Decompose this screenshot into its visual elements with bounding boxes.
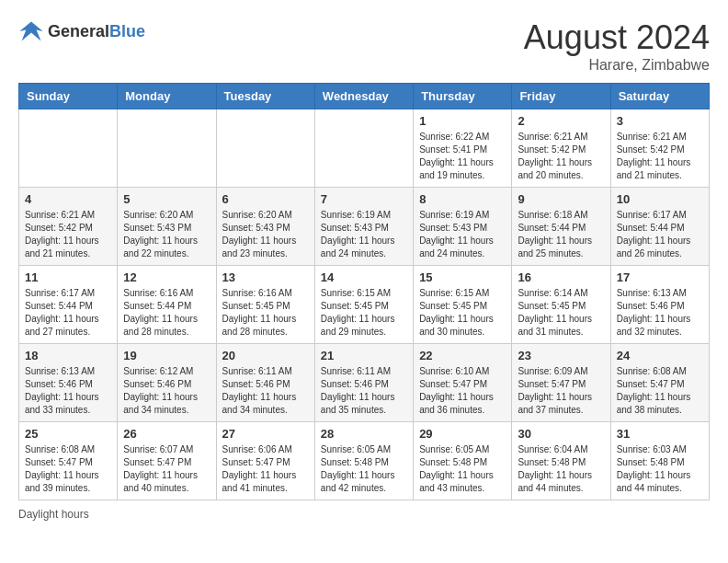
day-info: Sunrise: 6:08 AM Sunset: 5:47 PM Dayligh… <box>25 443 111 495</box>
day-info: Sunrise: 6:21 AM Sunset: 5:42 PM Dayligh… <box>25 209 111 260</box>
column-header-sunday: Sunday <box>19 84 118 109</box>
day-info: Sunrise: 6:06 AM Sunset: 5:47 PM Dayligh… <box>222 443 309 495</box>
calendar-cell: 29Sunrise: 6:05 AM Sunset: 5:48 PM Dayli… <box>414 422 512 500</box>
day-info: Sunrise: 6:22 AM Sunset: 5:41 PM Dayligh… <box>419 131 506 182</box>
calendar-cell: 6Sunrise: 6:20 AM Sunset: 5:43 PM Daylig… <box>216 188 314 266</box>
calendar-cell: 10Sunrise: 6:17 AM Sunset: 5:44 PM Dayli… <box>610 188 709 266</box>
calendar-cell: 25Sunrise: 6:08 AM Sunset: 5:47 PM Dayli… <box>19 422 118 500</box>
day-number: 30 <box>518 427 604 441</box>
day-number: 26 <box>123 427 210 441</box>
day-number: 1 <box>419 114 506 128</box>
daylight-label: Daylight hours <box>18 508 89 521</box>
calendar-cell: 4Sunrise: 6:21 AM Sunset: 5:42 PM Daylig… <box>19 188 118 266</box>
day-info: Sunrise: 6:05 AM Sunset: 5:48 PM Dayligh… <box>419 443 506 495</box>
calendar-week-row: 11Sunrise: 6:17 AM Sunset: 5:44 PM Dayli… <box>19 266 710 344</box>
title-block: August 2024 Harare, Zimbabwe <box>524 18 710 74</box>
day-info: Sunrise: 6:10 AM Sunset: 5:47 PM Dayligh… <box>419 365 506 417</box>
day-info: Sunrise: 6:09 AM Sunset: 5:47 PM Dayligh… <box>518 365 604 417</box>
day-info: Sunrise: 6:16 AM Sunset: 5:44 PM Dayligh… <box>123 287 210 339</box>
day-number: 31 <box>617 427 703 441</box>
day-number: 7 <box>321 192 407 206</box>
day-info: Sunrise: 6:19 AM Sunset: 5:43 PM Dayligh… <box>419 209 506 260</box>
day-info: Sunrise: 6:13 AM Sunset: 5:46 PM Dayligh… <box>617 287 703 339</box>
day-info: Sunrise: 6:15 AM Sunset: 5:45 PM Dayligh… <box>321 287 407 339</box>
day-info: Sunrise: 6:12 AM Sunset: 5:46 PM Dayligh… <box>123 365 210 417</box>
calendar-cell: 18Sunrise: 6:13 AM Sunset: 5:46 PM Dayli… <box>19 344 118 422</box>
calendar-cell: 31Sunrise: 6:03 AM Sunset: 5:48 PM Dayli… <box>610 422 709 500</box>
calendar-cell <box>314 109 413 188</box>
footer: Daylight hours <box>18 508 710 521</box>
calendar-cell: 8Sunrise: 6:19 AM Sunset: 5:43 PM Daylig… <box>414 188 512 266</box>
svg-marker-0 <box>19 22 42 41</box>
calendar-cell: 21Sunrise: 6:11 AM Sunset: 5:46 PM Dayli… <box>314 344 413 422</box>
day-number: 21 <box>321 349 407 362</box>
day-number: 14 <box>321 270 407 284</box>
day-number: 2 <box>518 114 604 128</box>
day-number: 10 <box>617 192 703 206</box>
logo-text-general: General <box>48 22 109 40</box>
calendar-cell: 11Sunrise: 6:17 AM Sunset: 5:44 PM Dayli… <box>19 266 118 344</box>
calendar-cell: 19Sunrise: 6:12 AM Sunset: 5:46 PM Dayli… <box>118 344 216 422</box>
day-number: 25 <box>25 427 111 441</box>
calendar-cell: 24Sunrise: 6:08 AM Sunset: 5:47 PM Dayli… <box>610 344 709 422</box>
day-number: 6 <box>222 192 309 206</box>
calendar-cell: 16Sunrise: 6:14 AM Sunset: 5:45 PM Dayli… <box>512 266 610 344</box>
day-info: Sunrise: 6:17 AM Sunset: 5:44 PM Dayligh… <box>617 209 703 260</box>
day-number: 8 <box>419 192 506 206</box>
logo-text-blue: Blue <box>109 22 145 40</box>
calendar-cell <box>118 109 216 188</box>
column-header-friday: Friday <box>512 84 610 109</box>
calendar-week-row: 1Sunrise: 6:22 AM Sunset: 5:41 PM Daylig… <box>19 109 710 188</box>
day-number: 15 <box>419 270 506 284</box>
calendar-week-row: 4Sunrise: 6:21 AM Sunset: 5:42 PM Daylig… <box>19 188 710 266</box>
calendar-cell: 30Sunrise: 6:04 AM Sunset: 5:48 PM Dayli… <box>512 422 610 500</box>
logo: GeneralBlue <box>18 18 145 44</box>
day-number: 11 <box>25 270 111 284</box>
day-number: 28 <box>321 427 407 441</box>
logo-icon <box>18 18 44 44</box>
calendar-week-row: 18Sunrise: 6:13 AM Sunset: 5:46 PM Dayli… <box>19 344 710 422</box>
calendar-table: SundayMondayTuesdayWednesdayThursdayFrid… <box>18 83 710 500</box>
calendar-cell: 14Sunrise: 6:15 AM Sunset: 5:45 PM Dayli… <box>314 266 413 344</box>
calendar-cell: 26Sunrise: 6:07 AM Sunset: 5:47 PM Dayli… <box>118 422 216 500</box>
location-subtitle: Harare, Zimbabwe <box>524 57 710 74</box>
day-info: Sunrise: 6:20 AM Sunset: 5:43 PM Dayligh… <box>222 209 309 260</box>
calendar-cell: 7Sunrise: 6:19 AM Sunset: 5:43 PM Daylig… <box>314 188 413 266</box>
day-info: Sunrise: 6:19 AM Sunset: 5:43 PM Dayligh… <box>321 209 407 260</box>
day-number: 29 <box>419 427 506 441</box>
day-number: 27 <box>222 427 309 441</box>
day-number: 23 <box>518 349 604 362</box>
column-header-saturday: Saturday <box>610 84 709 109</box>
day-info: Sunrise: 6:14 AM Sunset: 5:45 PM Dayligh… <box>518 287 604 339</box>
day-info: Sunrise: 6:08 AM Sunset: 5:47 PM Dayligh… <box>617 365 703 417</box>
day-info: Sunrise: 6:07 AM Sunset: 5:47 PM Dayligh… <box>123 443 210 495</box>
calendar-cell: 20Sunrise: 6:11 AM Sunset: 5:46 PM Dayli… <box>216 344 314 422</box>
calendar-cell: 9Sunrise: 6:18 AM Sunset: 5:44 PM Daylig… <box>512 188 610 266</box>
day-info: Sunrise: 6:18 AM Sunset: 5:44 PM Dayligh… <box>518 209 604 260</box>
day-number: 19 <box>123 349 210 362</box>
calendar-cell: 15Sunrise: 6:15 AM Sunset: 5:45 PM Dayli… <box>414 266 512 344</box>
calendar-cell <box>19 109 118 188</box>
day-info: Sunrise: 6:21 AM Sunset: 5:42 PM Dayligh… <box>518 131 604 182</box>
calendar-cell: 17Sunrise: 6:13 AM Sunset: 5:46 PM Dayli… <box>610 266 709 344</box>
day-number: 16 <box>518 270 604 284</box>
day-info: Sunrise: 6:21 AM Sunset: 5:42 PM Dayligh… <box>617 131 703 182</box>
day-number: 4 <box>25 192 111 206</box>
calendar-cell: 1Sunrise: 6:22 AM Sunset: 5:41 PM Daylig… <box>414 109 512 188</box>
calendar-header-row: SundayMondayTuesdayWednesdayThursdayFrid… <box>19 84 710 109</box>
day-number: 5 <box>123 192 210 206</box>
day-info: Sunrise: 6:16 AM Sunset: 5:45 PM Dayligh… <box>222 287 309 339</box>
calendar-cell: 22Sunrise: 6:10 AM Sunset: 5:47 PM Dayli… <box>414 344 512 422</box>
day-info: Sunrise: 6:20 AM Sunset: 5:43 PM Dayligh… <box>123 209 210 260</box>
day-number: 20 <box>222 349 309 362</box>
calendar-cell: 27Sunrise: 6:06 AM Sunset: 5:47 PM Dayli… <box>216 422 314 500</box>
day-number: 17 <box>617 270 703 284</box>
calendar-week-row: 25Sunrise: 6:08 AM Sunset: 5:47 PM Dayli… <box>19 422 710 500</box>
day-info: Sunrise: 6:11 AM Sunset: 5:46 PM Dayligh… <box>222 365 309 417</box>
day-number: 3 <box>617 114 703 128</box>
day-info: Sunrise: 6:11 AM Sunset: 5:46 PM Dayligh… <box>321 365 407 417</box>
calendar-cell: 3Sunrise: 6:21 AM Sunset: 5:42 PM Daylig… <box>610 109 709 188</box>
day-number: 9 <box>518 192 604 206</box>
day-info: Sunrise: 6:13 AM Sunset: 5:46 PM Dayligh… <box>25 365 111 417</box>
day-number: 13 <box>222 270 309 284</box>
